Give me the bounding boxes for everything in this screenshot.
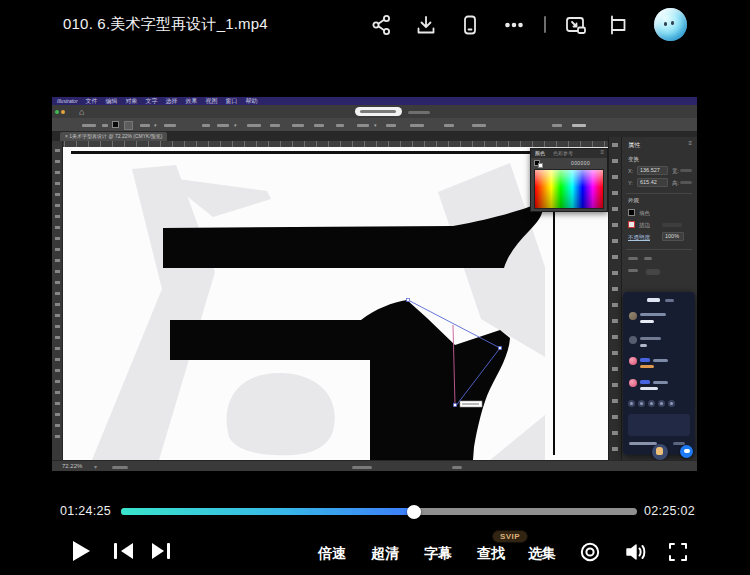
y-label: Y: [628,180,633,186]
chat-avatar [629,312,637,320]
ai-status-bar: 72.22% ▾ [52,460,697,471]
y-value-field: 615.42 [637,178,668,187]
device-cast-button[interactable] [457,12,483,38]
quality-button[interactable]: 超清 [371,545,399,563]
ai-menu-window: 窗口 [226,97,238,105]
chat-tab-active [647,298,660,302]
ai-menu-edit: 编辑 [106,97,118,105]
width-label: 宽: [672,168,679,175]
stroke-swatch [538,163,543,168]
ai-menu-type: 文字 [146,97,158,105]
chat-message [640,387,658,390]
previous-episode-button[interactable] [114,543,134,559]
seek-bar[interactable] [121,508,637,515]
share-button[interactable] [369,12,395,38]
stroke-swatch [628,221,635,228]
ai-menubar: Illustrator 文件 编辑 对象 文字 选择 效果 视图 窗口 帮助 [52,97,697,105]
avatar-face [664,22,667,26]
dock-side-button[interactable] [605,12,631,38]
find-button[interactable]: 查找 [477,545,505,563]
x-value-field: 136.527 [637,166,668,175]
total-time: 02:25:02 [644,504,695,518]
opacity-label: 不透明度 [628,234,650,241]
chat-host-tag [640,380,650,384]
header-divider [544,16,546,33]
seek-thumb[interactable] [407,505,421,519]
ai-document-tabrow: × 1美术字型再设计 @ 72.22% (CMYK/预览) [52,132,697,141]
record-icon [579,541,601,563]
color-spectrum [534,169,604,209]
video-player-app: 010. 6.美术字型再设计_1.mp4 [0,0,750,575]
bubble-icon [684,449,690,453]
play-button[interactable] [73,541,90,561]
video-surface[interactable]: Illustrator 文件 编辑 对象 文字 选择 效果 视图 窗口 帮助 ⌂ [52,97,697,471]
live-chat-overlay [623,292,695,455]
emoji-button [648,400,655,407]
picture-in-picture-icon [564,14,588,36]
subtitles-button[interactable]: 字幕 [424,545,452,563]
color-panel-tab-guide: 色彩参考 [553,150,573,156]
skip-next-icon [167,543,170,559]
fullscreen-button[interactable] [668,542,688,566]
chat-message [640,344,647,347]
user-avatar[interactable] [654,8,687,41]
appearance-label: 外观 [628,197,639,204]
status-dot-green [55,110,59,114]
chat-username [640,313,666,316]
chat-avatar [629,379,637,387]
chat-bubble-button [680,445,693,458]
ai-menu-effect: 效果 [186,97,198,105]
fill-swatch-mini [112,121,119,128]
episodes-button[interactable]: 选集 [528,545,556,563]
share-icon [371,14,393,36]
svip-badge: SVIP [492,530,528,543]
hand-icon [656,447,663,455]
record-button[interactable] [579,541,601,567]
fill-label: 填色 [639,210,650,217]
raise-hand-button [652,444,668,460]
home-icon: ⌂ [79,106,84,118]
ai-options-bar: ▾ ▾ ▾ [52,118,697,132]
more-options-button[interactable] [501,12,527,38]
speed-button[interactable]: 倍速 [318,545,346,563]
ai-menu-help: 帮助 [246,97,258,105]
zoom-caret: ▾ [94,463,97,470]
mini-window-button[interactable] [563,12,589,38]
color-panel-tab-color: 颜色 [535,150,545,156]
fullscreen-icon [668,542,688,562]
chat-message [640,365,654,368]
properties-title: 属性 [628,141,640,150]
ai-toolbar [52,141,63,460]
fill-swatch [628,209,635,216]
next-episode-button[interactable] [152,543,172,559]
ai-menu-select: 选择 [166,97,178,105]
chat-tab-inactive [665,299,674,302]
color-panel-header: 颜色 色彩参考 ≡ [531,149,607,158]
chat-message [640,320,654,323]
chat-username [653,381,668,384]
phone-icon [459,14,481,36]
transform-label: 变换 [628,156,639,163]
chat-footer-text [629,442,657,445]
x-label: X: [628,168,633,174]
ai-menu-view: 视图 [206,97,218,105]
chat-input [628,414,690,436]
zoom-level: 72.22% [62,463,82,469]
color-panel: 颜色 色彩参考 ≡ 000000 [530,148,608,212]
chat-username [640,337,661,340]
chat-username [653,359,668,362]
ai-menu-object: 对象 [126,97,138,105]
active-tool-highlight [124,121,133,130]
page-title: 010. 6.美术字型再设计_1.mp4 [63,15,268,34]
ai-logo: Illustrator [57,98,78,104]
chat-host-tag [640,358,650,362]
dock-side-icon [607,14,629,36]
ai-document-tab: × 1美术字型再设计 @ 72.22% (CMYK/预览) [60,132,167,141]
skip-previous-icon [114,543,117,559]
volume-button[interactable] [624,541,648,567]
emoji-button [658,400,665,407]
ai-appbar: ⌂ [52,105,697,118]
chat-avatar [629,357,637,365]
stroke-label: 描边 [639,222,650,229]
download-button[interactable] [413,12,439,38]
